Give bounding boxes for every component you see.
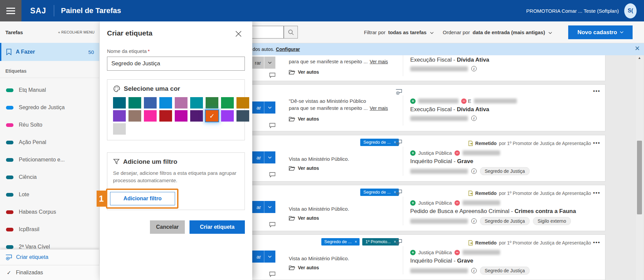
color-swatch[interactable] — [144, 97, 157, 109]
ver-autos-link[interactable]: Ver autos — [289, 116, 319, 122]
comment-icon[interactable] — [269, 222, 275, 227]
sidebar-label-item[interactable]: Habeas Corpus — [0, 203, 99, 221]
more-options-icon[interactable]: ••• — [593, 88, 600, 94]
ver-autos-link[interactable]: Ver autos — [289, 215, 319, 221]
color-swatch[interactable] — [113, 123, 126, 135]
sidebar-create-label-button[interactable]: Criar etiqueta — [0, 250, 99, 265]
more-options-icon[interactable]: ••• — [593, 140, 600, 146]
sidebar-label-item[interactable]: Segredo de Justiça — [0, 99, 99, 116]
color-swatch[interactable] — [144, 110, 157, 122]
sidebar-label-item[interactable]: Etq Manual — [0, 81, 99, 99]
avatar[interactable]: S( — [624, 3, 637, 18]
comment-icon[interactable] — [269, 123, 275, 128]
color-swatch[interactable] — [190, 110, 203, 122]
ver-autos-label: Ver autos — [298, 116, 319, 122]
configurar-link[interactable]: Configurar — [276, 47, 300, 52]
label-tag-chip[interactable]: 1º Promoto...× — [362, 238, 399, 246]
sidebar-label-item[interactable]: Réu Solto — [0, 116, 99, 134]
scroll-up-arrow-icon[interactable]: ▲ — [636, 56, 643, 60]
color-swatch-grid: ✓ — [113, 97, 239, 135]
ver-autos-link[interactable]: Ver autos — [289, 69, 319, 75]
scrollbar[interactable]: ▲ — [636, 55, 643, 280]
funnel-icon — [113, 158, 120, 165]
tag-plus-icon[interactable] — [395, 139, 402, 146]
close-icon[interactable] — [235, 30, 242, 38]
label-name: Réu Solto — [19, 122, 42, 128]
search-button[interactable] — [284, 26, 298, 39]
color-swatch[interactable] — [128, 97, 141, 109]
color-swatch[interactable] — [113, 97, 126, 109]
more-options-icon[interactable]: ••• — [593, 239, 600, 245]
chevron-down-icon[interactable] — [264, 151, 275, 163]
info-icon[interactable]: i — [471, 218, 477, 224]
chevron-down-icon[interactable] — [264, 101, 275, 114]
chevron-down-icon[interactable] — [264, 57, 275, 69]
label-tag-chip[interactable]: Segredo de ...× — [360, 139, 399, 146]
color-swatch[interactable] — [236, 97, 249, 109]
color-swatch[interactable] — [221, 110, 234, 122]
novo-cadastro-button[interactable]: Novo cadastro — [568, 25, 633, 39]
sidebar-label-item[interactable]: Ciência — [0, 168, 99, 186]
task-instruction-text: "Dê-se vistas ao Ministério Públicopara … — [289, 97, 388, 112]
card-tag-row: Segredo de ...× — [249, 189, 399, 196]
label-tag-chip[interactable]: Segredo de ...× — [321, 238, 360, 246]
color-swatch[interactable] — [175, 97, 187, 109]
sidebar-label-item[interactable]: IcpBrasil — [0, 221, 99, 238]
case-type-title: Inquérito Policial - Grave — [410, 258, 473, 264]
tag-plus-icon[interactable] — [395, 189, 402, 196]
label-name-input[interactable] — [107, 57, 245, 71]
color-swatch[interactable] — [236, 110, 249, 122]
task-card: arSegredo de ...×1º Promoto...×•••Remeti… — [248, 234, 605, 280]
color-swatch-selected[interactable]: ✓ — [206, 110, 218, 122]
tag-plus-icon[interactable] — [395, 89, 402, 95]
ver-mais-link[interactable]: Ver mais — [370, 59, 388, 64]
label-color-pill — [6, 123, 13, 127]
color-swatch[interactable] — [159, 97, 172, 109]
sidebar-item-finalizadas[interactable]: ✓ Finalizadas — [0, 265, 99, 280]
ver-mais-link[interactable]: Ver mais — [370, 106, 388, 111]
chevron-down-icon[interactable] — [264, 251, 275, 263]
hamburger-menu-icon[interactable] — [0, 0, 21, 21]
folder-icon — [289, 216, 295, 221]
color-section-title: Selecione uma cor — [124, 85, 180, 92]
filter-dropdown[interactable]: Filtrar por todas as tarefas — [364, 29, 434, 35]
color-swatch[interactable] — [113, 110, 126, 122]
order-dropdown[interactable]: Ordenar por data de entrada (mais antiga… — [443, 29, 552, 35]
chevron-down-icon[interactable] — [264, 201, 275, 213]
collapse-menu-button[interactable]: « RECOLHER MENU — [58, 30, 95, 34]
ver-autos-link[interactable]: Ver autos — [289, 265, 319, 270]
color-swatch[interactable] — [190, 97, 203, 109]
color-swatch[interactable] — [175, 110, 187, 122]
sidebar-label-item[interactable]: Lote — [0, 186, 99, 203]
color-swatch[interactable] — [128, 110, 141, 122]
case-type-bold: Crimes contra a Fauna — [515, 208, 576, 214]
tag-plus-icon[interactable] — [395, 239, 402, 245]
more-options-icon[interactable]: ••• — [593, 190, 600, 196]
top-navigation-bar: SAJ Painel de Tarefas PROMOTORIA Comar .… — [0, 0, 644, 21]
sidebar-item-a-fazer[interactable]: A Fazer 50 — [0, 43, 99, 61]
sidebar-item-label: A Fazer — [16, 49, 35, 55]
add-filter-button[interactable]: Adicionar filtro — [110, 192, 175, 205]
remove-tag-icon[interactable]: × — [355, 239, 357, 244]
info-icon[interactable]: i — [471, 66, 477, 71]
color-swatch[interactable] — [206, 97, 218, 109]
color-swatch[interactable] — [221, 97, 234, 109]
comment-icon[interactable] — [269, 73, 275, 78]
comment-icon[interactable] — [269, 272, 275, 277]
sidebar-label-item[interactable]: Peticionamento e... — [0, 151, 99, 168]
plus-circle-icon: + — [410, 150, 416, 156]
label-tag-chip[interactable]: Segredo de ...× — [360, 189, 399, 196]
page-title: Painel de Tarefas — [61, 6, 121, 15]
comment-icon[interactable] — [269, 172, 275, 178]
scrollbar-thumb[interactable] — [637, 141, 642, 214]
color-swatch[interactable] — [159, 110, 172, 122]
info-icon[interactable]: i — [471, 168, 477, 174]
info-icon[interactable]: i — [471, 116, 477, 121]
close-icon[interactable]: ✕ — [635, 45, 640, 52]
sidebar-label-item[interactable]: Ação Penal — [0, 134, 99, 151]
ver-autos-link[interactable]: Ver autos — [289, 165, 319, 171]
create-label-submit-button[interactable]: Criar etiqueta — [190, 220, 245, 234]
info-icon[interactable]: i — [471, 268, 477, 273]
cancel-button[interactable]: Cancelar — [150, 220, 185, 234]
party-name: Justiça Pública — [418, 200, 452, 206]
